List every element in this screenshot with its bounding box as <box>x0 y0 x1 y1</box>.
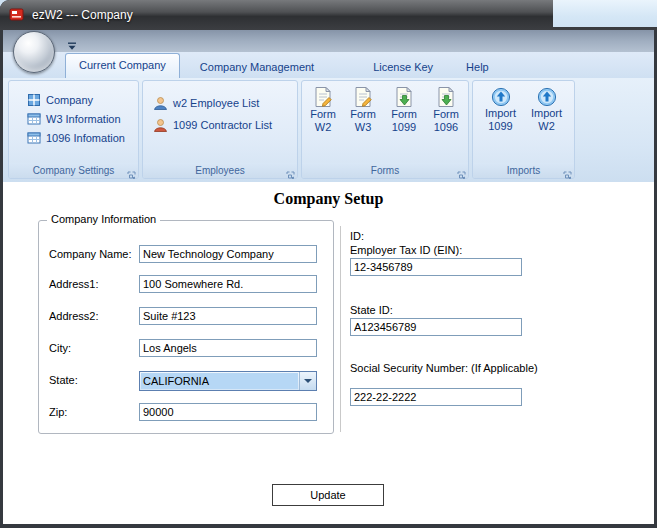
state-combobox-value: CALIFORNIA <box>141 373 298 389</box>
dialog-launcher-icon[interactable] <box>563 166 572 175</box>
tab-license-key[interactable]: License Key <box>360 56 446 78</box>
button-label: Form <box>350 108 376 121</box>
combobox-dropdown-button[interactable] <box>299 372 316 390</box>
ribbon-item-company[interactable]: Company <box>27 90 136 109</box>
qat-customize-icon[interactable] <box>67 37 77 46</box>
ein-input[interactable] <box>350 258 522 276</box>
group-caption: Forms <box>302 163 468 178</box>
city-input[interactable] <box>139 339 317 357</box>
id-section-title: ID: <box>350 230 364 242</box>
group-forms: Form W2 <box>301 80 469 179</box>
tab-help[interactable]: Help <box>453 56 502 78</box>
state-id-label: State ID: <box>350 304 393 316</box>
ssn-input[interactable] <box>350 388 522 406</box>
tab-company-management[interactable]: Company Management <box>187 56 327 78</box>
button-label: 1096 <box>434 121 458 134</box>
form-export-icon <box>435 86 457 108</box>
application-menu-orb[interactable] <box>13 31 55 73</box>
state-id-input[interactable] <box>350 318 522 336</box>
form-w3-button[interactable]: Form W3 <box>343 86 383 134</box>
window-title: ezW2 --- Company <box>32 8 133 22</box>
button-label: Form <box>391 108 417 121</box>
company-name-label: Company Name: <box>49 248 132 260</box>
address1-label: Address1: <box>49 278 99 290</box>
button-label: Import <box>531 107 562 120</box>
state-combobox[interactable]: CALIFORNIA <box>139 371 317 391</box>
tab-bar: Current Company Company Management Licen… <box>3 52 654 78</box>
table-icon <box>27 131 41 145</box>
zip-input[interactable] <box>139 403 317 421</box>
import-icon <box>537 87 557 107</box>
ribbon-item-label: 1096 Infomation <box>46 132 125 144</box>
tab-current-company[interactable]: Current Company <box>65 53 180 78</box>
ribbon-item-label: W3 Information <box>46 113 121 125</box>
address2-label: Address2: <box>49 310 99 322</box>
groupbox-legend: Company Information <box>47 213 160 225</box>
form-export-icon <box>393 86 415 108</box>
group-caption: Employees <box>143 163 297 178</box>
ribbon-item-label: Company <box>46 94 93 106</box>
page-title: Company Setup <box>3 190 654 208</box>
ribbon-item-w2-employee-list[interactable]: w2 Employee List <box>153 92 295 114</box>
form-w2-button[interactable]: Form W2 <box>303 86 343 134</box>
button-label: W2 <box>538 120 555 133</box>
ribbon: Company W3 Information <box>3 78 654 182</box>
table-icon <box>27 112 41 126</box>
import-w2-button[interactable]: Import W2 <box>524 86 570 133</box>
group-company-settings: Company W3 Information <box>8 80 139 179</box>
group-caption: Imports <box>473 163 574 178</box>
dialog-launcher-icon[interactable] <box>286 166 295 175</box>
group-caption: Company Settings <box>9 163 138 178</box>
dialog-launcher-icon[interactable] <box>457 166 466 175</box>
zip-label: Zip: <box>49 406 67 418</box>
ribbon-item-label: w2 Employee List <box>173 97 259 109</box>
quick-access-toolbar <box>3 30 654 52</box>
form-1096-button[interactable]: Form 1096 <box>425 86 467 134</box>
window-frame: ezW2 --- Company Current Company Company… <box>0 0 657 528</box>
button-label: 1099 <box>392 121 416 134</box>
company-name-input[interactable] <box>139 245 317 263</box>
group-imports: Import 1099 Import W2 <box>472 80 575 179</box>
address1-input[interactable] <box>139 275 317 293</box>
group-employees: w2 Employee List 1099 Contractor List Em… <box>142 80 298 179</box>
company-information-groupbox: Company Information Company Name: Addres… <box>38 220 334 434</box>
contractor-person-icon <box>153 118 168 133</box>
ribbon-item-w3-information[interactable]: W3 Information <box>27 109 136 128</box>
import-icon <box>491 87 511 107</box>
form-edit-icon <box>312 86 334 108</box>
button-label: Form <box>433 108 459 121</box>
state-label: State: <box>49 374 78 386</box>
ribbon-item-label: 1099 Contractor List <box>173 119 272 131</box>
button-label: Form <box>310 108 336 121</box>
ribbon-item-1099-contractor-list[interactable]: 1099 Contractor List <box>153 114 295 136</box>
import-1099-button[interactable]: Import 1099 <box>478 86 524 133</box>
chevron-down-icon <box>304 379 312 383</box>
city-label: City: <box>49 342 71 354</box>
main-area: Company Setup Company Information Compan… <box>3 182 654 524</box>
app-logo-icon <box>9 7 25 23</box>
address2-input[interactable] <box>139 307 317 325</box>
form-1099-button[interactable]: Form 1099 <box>383 86 425 134</box>
ein-label: Employer Tax ID (EIN): <box>350 244 462 256</box>
form-edit-icon <box>352 86 374 108</box>
id-panel: ID: Employer Tax ID (EIN): State ID: Soc… <box>340 226 654 432</box>
button-label: W3 <box>355 121 372 134</box>
update-button[interactable]: Update <box>272 484 384 506</box>
company-icon <box>27 93 41 107</box>
app-window: ezW2 --- Company Current Company Company… <box>0 0 657 528</box>
button-label: W2 <box>315 121 332 134</box>
button-label: Import <box>485 107 516 120</box>
ssn-label: Social Security Number: (If Applicable) <box>350 362 538 374</box>
employee-person-icon <box>153 96 168 111</box>
button-label: 1099 <box>488 120 512 133</box>
desktop-background <box>553 0 657 27</box>
ribbon-item-1096-information[interactable]: 1096 Infomation <box>27 128 136 147</box>
dialog-launcher-icon[interactable] <box>127 166 136 175</box>
